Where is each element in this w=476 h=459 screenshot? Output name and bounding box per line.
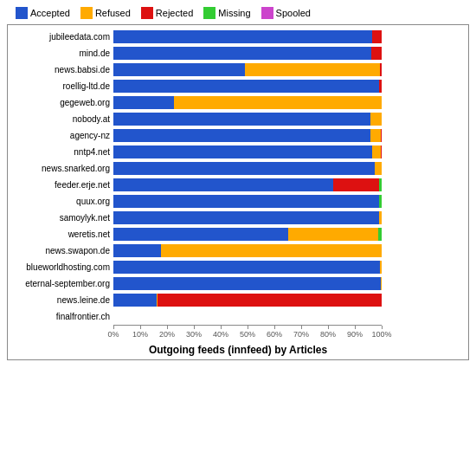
table-row: mind.de91318160: [11, 45, 465, 61]
row-label: gegeweb.org: [11, 98, 113, 107]
table-row: jubileedata.com95038638: [11, 29, 465, 45]
bar-segment-refused: [375, 162, 382, 175]
x-tick: [274, 326, 275, 329]
row-label: weretis.net: [11, 230, 113, 239]
legend-item-spooled: Spooled: [261, 7, 311, 19]
bar-segment-refused: [372, 145, 382, 158]
legend: AcceptedRefusedRejectedMissingSpooled: [7, 7, 469, 19]
x-axis: 0%10%20%30%40%50%60%70%80%90%100%: [113, 325, 382, 342]
x-tick: [301, 326, 302, 329]
bar-segment-missing: [379, 195, 382, 208]
table-row: weretis.net637074: [11, 226, 465, 242]
table-row: news.leine.de153422: [11, 292, 465, 308]
bar-container: 95721950: [113, 80, 465, 93]
x-tick-label: 100%: [371, 330, 391, 339]
table-row: gegeweb.org2291520: [11, 94, 465, 111]
table-row: agency-nz9459269: [11, 127, 465, 144]
x-tick: [221, 326, 222, 329]
bar-segment-accepted: [113, 113, 370, 126]
x-tick: [328, 326, 329, 329]
x-tick-label: 60%: [267, 330, 282, 339]
row-label: news.swapon.de: [11, 246, 113, 255]
bar-segment-refused: [245, 63, 380, 76]
bar-container: 9341257: [113, 145, 465, 158]
x-tick-label: 10%: [132, 330, 148, 339]
bar-container: 2291520: [113, 96, 465, 109]
bar-segment-refused: [174, 96, 382, 109]
legend-item-refused: Refused: [80, 7, 131, 19]
legend-label: Rejected: [156, 8, 193, 18]
bar-segment-rejected: [379, 80, 382, 93]
bar-segment-accepted: [113, 228, 288, 241]
x-tick: [248, 326, 248, 329]
bar-container: 917286: [113, 211, 465, 224]
bar-container: 0: [113, 310, 465, 323]
bar-container: 637074: [113, 228, 465, 241]
bar-segment-missing: [378, 228, 382, 241]
x-tick: [140, 326, 141, 329]
row-label: mind.de: [11, 48, 113, 58]
bar-container: 9453400: [113, 113, 465, 126]
legend-item-missing: Missing: [203, 7, 250, 19]
bar-container: 94884786: [113, 63, 465, 76]
bar-segment-accepted: [113, 80, 379, 93]
row-label: blueworldhosting.com: [11, 262, 113, 272]
x-tick-label: 80%: [320, 330, 336, 339]
bar-segment-rejected: [371, 47, 382, 60]
bar-container: 153422: [113, 294, 465, 307]
bar-segment-rejected: [381, 129, 382, 142]
row-label: quux.org: [11, 197, 113, 206]
bar-segment-rejected: [333, 178, 379, 191]
bar-container: 7839105: [113, 178, 465, 191]
bar-segment-refused: [370, 113, 382, 126]
row-label: jubileedata.com: [11, 32, 113, 42]
row-label: news.leine.de: [11, 295, 113, 305]
bar-segment-rejected: [372, 30, 382, 43]
x-tick-label: 40%: [213, 330, 228, 339]
table-row: news.babsi.de94884786: [11, 61, 465, 78]
legend-item-accepted: Accepted: [16, 7, 70, 19]
bar-segment-accepted: [113, 63, 245, 76]
legend-color: [203, 7, 215, 19]
bar-segment-rejected: [380, 63, 382, 76]
bar-segment-accepted: [113, 277, 381, 290]
row-label: nobody.at: [11, 114, 113, 124]
table-row: blueworldhosting.com780857: [11, 259, 465, 275]
bar-segment-accepted: [113, 211, 379, 224]
bar-segment-rejected: [158, 294, 382, 307]
legend-color: [80, 7, 93, 19]
legend-color: [141, 7, 153, 19]
bar-segment-accepted: [113, 261, 380, 274]
bar-segment-refused: [288, 228, 378, 241]
legend-label: Missing: [218, 8, 250, 18]
bar-segment-accepted: [113, 47, 371, 60]
bar-segment-missing: [379, 178, 382, 191]
table-row: news.swapon.de152670: [11, 242, 465, 259]
x-tick-label: 20%: [159, 330, 175, 339]
bar-segment-accepted: [113, 129, 370, 142]
row-label: news.snarked.org: [11, 164, 113, 173]
bar-segment-accepted: [113, 244, 161, 257]
x-tick-label: 50%: [240, 330, 255, 339]
x-tick: [194, 326, 195, 329]
bar-container: 9331243: [113, 162, 465, 175]
table-row: nobody.at9453400: [11, 111, 465, 127]
legend-label: Spooled: [276, 8, 311, 18]
row-label: finalfrontier.ch: [11, 312, 113, 321]
bar-segment-refused: [370, 129, 381, 142]
x-tick: [113, 326, 114, 329]
bar-segment-accepted: [113, 178, 333, 191]
row-label: agency-nz: [11, 131, 113, 140]
bar-segment-accepted: [113, 294, 157, 307]
table-row: eternal-september.org701833: [11, 275, 465, 292]
x-tick: [355, 326, 356, 329]
table-row: quux.org943696: [11, 193, 465, 210]
legend-label: Refused: [95, 8, 131, 18]
table-row: finalfrontier.ch0: [11, 308, 465, 325]
legend-item-rejected: Rejected: [141, 7, 193, 19]
row-label: news.babsi.de: [11, 65, 113, 74]
bar-segment-refused: [161, 244, 382, 257]
bar-container: 91318160: [113, 47, 465, 60]
table-row: feeder.erje.net7839105: [11, 177, 465, 193]
bar-segment-refused: [379, 211, 382, 224]
